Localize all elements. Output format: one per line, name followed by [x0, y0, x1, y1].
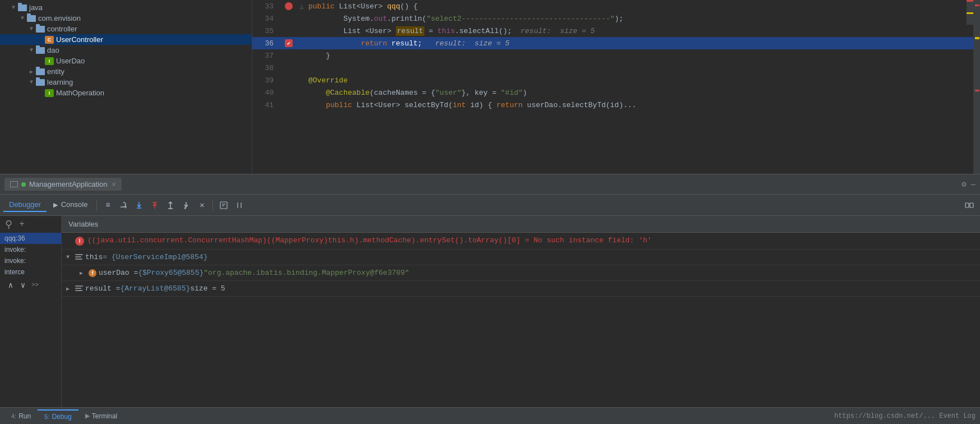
app-tab-title: ManagementApplication — [29, 180, 107, 188]
var-item-userdao: ▶ f userDao = {$Proxy65@5855} "org.apach… — [62, 265, 980, 281]
tab-minimize-btn[interactable]: — — [971, 180, 976, 189]
interface-icon-userdao: I — [45, 57, 54, 65]
line-num-36: 36 — [252, 39, 280, 48]
code-content-34: System.out.println("select2-------------… — [306, 15, 980, 23]
frame-item-qqq36[interactable]: qqq:36 — [0, 233, 61, 244]
terminal-tab-label: Terminal — [92, 412, 117, 420]
breakpoint-33[interactable] — [285, 2, 293, 10]
scroll-up-btn[interactable]: ∧ — [4, 279, 17, 291]
debug-content: ⚲ + qqq:36 invoke: invoke: interce ∧ — [0, 216, 980, 424]
code-line-33: 33 △ public List<User> qqq() { — [252, 0, 980, 12]
var-result-expand[interactable]: ▶ — [66, 285, 75, 292]
tree-item-mathoperation[interactable]: I MathOperation — [0, 87, 252, 98]
code-content-39: @Override — [306, 76, 980, 85]
var-this-expand[interactable]: ▼ — [66, 254, 75, 260]
tree-item-learning[interactable]: ▼ learning — [0, 77, 252, 87]
add-watch-btn[interactable]: + — [16, 218, 28, 231]
restore-layout-icon — [965, 201, 974, 210]
frame-label-qqq36: qqq:36 — [4, 234, 25, 242]
var-userdao-expand[interactable]: ▶ — [80, 270, 89, 276]
line-num-39: 39 — [252, 76, 280, 85]
frames-scroll-btns: ∧ ∨ >> — [0, 278, 61, 292]
svg-rect-16 — [970, 203, 973, 208]
code-content-40: @Cacheable(cacheNames = {"user"}, key = … — [306, 89, 980, 97]
debug-toolbar: Debugger ▶ Console ≡ — [0, 195, 980, 216]
code-line-35: 35 List <User> result = this.selectAll()… — [252, 25, 980, 37]
folder-icon-entity — [36, 68, 45, 75]
frame-item-invoke1[interactable]: invoke: — [0, 244, 61, 255]
more-frames-btn[interactable]: >> — [31, 282, 39, 288]
btn-step-over[interactable] — [116, 198, 131, 213]
tree-item-entity[interactable]: ▶ entity — [0, 66, 252, 77]
tab-bar: ManagementApplication × ⚙ — — [0, 174, 980, 195]
line-num-33: 33 — [252, 2, 280, 11]
btn-stop-debugger[interactable]: ✕ — [195, 198, 209, 213]
breakpoint-current-36[interactable]: ✔ — [285, 39, 293, 47]
tree-item-controller[interactable]: ▼ controller — [0, 24, 252, 34]
code-line-39: 39 @Override — [252, 74, 980, 86]
tree-label-userdao: UserDao — [56, 57, 85, 65]
btn-run-to-cursor[interactable] — [163, 198, 178, 213]
debug-tab-num: 5: — [44, 413, 49, 420]
var-result-extra: size = 5 — [190, 284, 225, 293]
tree-arrow-entity: ▶ — [27, 68, 36, 75]
tab-terminal[interactable]: ▶ Terminal — [78, 410, 124, 422]
tree-arrow-java: ▼ — [9, 4, 18, 11]
tree-arrow-dao: ▼ — [27, 47, 36, 53]
btn-force-step-into[interactable] — [179, 198, 193, 213]
gutter-36: ✔ — [280, 39, 297, 47]
frame-label-invoke1: invoke: — [4, 246, 26, 254]
tree-item-java[interactable]: ▼ java — [0, 2, 252, 13]
terminal-tab-arrow: ▶ — [85, 412, 90, 420]
filter-btn[interactable]: ⚲ — [2, 218, 15, 231]
scroll-down-btn[interactable]: ∨ — [17, 279, 29, 291]
folder-icon-learning — [36, 79, 45, 86]
code-line-37: 37 } — [252, 49, 980, 62]
tree-label-com-envision: com.envision — [38, 14, 81, 22]
folder-icon-com-envision — [27, 15, 36, 22]
columns-icon — [235, 201, 244, 210]
frames-toolbar: ⚲ + — [0, 216, 61, 233]
btn-evaluate[interactable] — [216, 198, 231, 213]
frame-item-interce[interactable]: interce — [0, 266, 61, 278]
tree-item-userdao[interactable]: I UserDao — [0, 56, 252, 66]
tree-label-dao: dao — [47, 46, 59, 54]
console-tab[interactable]: ▶ Console — [48, 198, 93, 212]
var-userdao-extra: "org.apache.ibatis.binding.MapperProxy@f… — [204, 269, 409, 277]
separator-1 — [96, 200, 97, 211]
line-num-40: 40 — [252, 89, 280, 97]
scroll-marker-yellow-1 — [975, 37, 979, 39]
tree-arrow-com-envision: ▼ — [18, 15, 27, 21]
step-into-icon — [135, 201, 144, 210]
var-userdao-name: userDao = — [99, 269, 138, 277]
tree-label-controller: controller — [47, 25, 77, 33]
var-result-value: {ArrayList@6585} — [120, 284, 190, 293]
var-this-name: this — [85, 253, 103, 261]
debug-tab-label: Debug — [52, 413, 71, 421]
tree-label-learning: learning — [47, 78, 73, 86]
btn-step-into[interactable] — [132, 198, 146, 213]
tab-settings-btn[interactable]: ⚙ — [961, 179, 966, 189]
btn-menu[interactable]: ≡ — [100, 198, 115, 213]
line-num-38: 38 — [252, 64, 280, 72]
tree-item-dao[interactable]: ▼ dao — [0, 45, 252, 56]
tree-arrow-learning: ▼ — [27, 79, 36, 85]
tab-run[interactable]: 4: Run — [4, 410, 38, 422]
force-step-into-icon — [182, 201, 191, 210]
fold-33: △ — [297, 3, 306, 10]
var-item-this: ▼ this = {UserServiceImpl@5854} — [62, 250, 980, 265]
tree-item-usercontroller[interactable]: C UserController — [0, 34, 252, 45]
statusbar-right: https://blog.csdn.net/... Event Log — [834, 412, 976, 420]
btn-columns[interactable] — [232, 198, 247, 213]
btn-step-out[interactable] — [147, 198, 162, 213]
btn-restore-layout[interactable] — [962, 198, 977, 213]
variables-title: Variables — [68, 220, 98, 228]
tree-item-com-envision[interactable]: ▼ com.envision — [0, 13, 252, 24]
status-text: https://blog.csdn.net/... Event Log — [834, 412, 976, 420]
tab-close-btn[interactable]: × — [112, 181, 115, 188]
debugger-tab[interactable]: Debugger — [3, 198, 47, 212]
line-num-35: 35 — [252, 27, 280, 35]
frame-item-invoke2[interactable]: invoke: — [0, 255, 61, 266]
tab-debug[interactable]: 5: Debug — [38, 409, 78, 423]
app-tab[interactable]: ManagementApplication × — [4, 178, 122, 191]
